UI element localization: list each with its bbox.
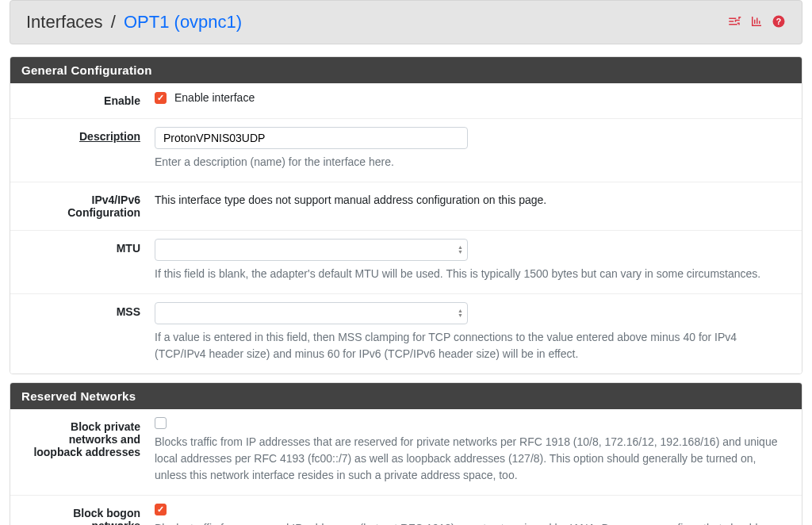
label-ipconfig: IPv4/IPv6 Configuration	[21, 190, 155, 219]
panel-reserved-heading: Reserved Networks	[10, 383, 802, 409]
mtu-input[interactable]	[155, 239, 468, 261]
label-mss: MSS	[21, 302, 155, 318]
label-block-private: Block private networks and loopback addr…	[21, 417, 155, 458]
row-block-private: Block private networks and loopback addr…	[10, 409, 802, 495]
panel-general-heading: General Configuration	[10, 57, 802, 83]
page-header: Interfaces / OPT1 (ovpnc1) ?	[10, 0, 802, 44]
mtu-spinner[interactable]: ▲▼	[458, 245, 463, 255]
enable-checkbox[interactable]	[155, 92, 167, 104]
breadcrumb-root: Interfaces	[26, 12, 103, 32]
enable-checkbox-label: Enable interface	[174, 91, 255, 104]
breadcrumb-current[interactable]: OPT1 (ovpnc1)	[124, 12, 242, 32]
row-block-bogon: Block bogon networks Blocks traffic from…	[10, 495, 802, 525]
svg-text:?: ?	[776, 16, 781, 25]
label-mtu: MTU	[21, 239, 155, 255]
label-block-bogon: Block bogon networks	[21, 504, 155, 525]
label-description: Description	[21, 127, 155, 143]
sliders-icon[interactable]	[727, 14, 741, 31]
breadcrumb-sep: /	[111, 12, 116, 32]
block-bogon-help: Blocks traffic from reserved IP addresse…	[155, 520, 791, 525]
block-bogon-checkbox[interactable]	[155, 504, 167, 515]
block-private-checkbox[interactable]	[155, 417, 167, 429]
row-enable: Enable Enable interface	[10, 83, 802, 118]
description-help: Enter a description (name) for the inter…	[155, 154, 791, 171]
mtu-help: If this field is blank, the adapter's de…	[155, 266, 791, 282]
panel-general: General Configuration Enable Enable inte…	[10, 56, 802, 374]
help-icon[interactable]: ?	[772, 14, 786, 31]
panel-reserved: Reserved Networks Block private networks…	[10, 382, 802, 525]
breadcrumb: Interfaces / OPT1 (ovpnc1)	[26, 12, 242, 33]
mss-spinner[interactable]: ▲▼	[458, 308, 463, 318]
row-mss: MSS ▲▼ If a value is entered in this fie…	[10, 293, 802, 374]
ipconfig-text: This interface type does not support man…	[155, 190, 791, 206]
header-icons: ?	[727, 14, 786, 31]
row-ipconfig: IPv4/IPv6 Configuration This interface t…	[10, 182, 802, 230]
chart-bar-icon[interactable]	[749, 14, 764, 31]
description-input[interactable]	[155, 127, 468, 149]
mss-help: If a value is entered in this field, the…	[155, 329, 791, 362]
row-mtu: MTU ▲▼ If this field is blank, the adapt…	[10, 230, 802, 293]
row-description: Description Enter a description (name) f…	[10, 118, 802, 182]
mss-input[interactable]	[155, 302, 468, 324]
block-private-help: Blocks traffic from IP addresses that ar…	[155, 434, 791, 484]
label-enable: Enable	[21, 91, 155, 107]
